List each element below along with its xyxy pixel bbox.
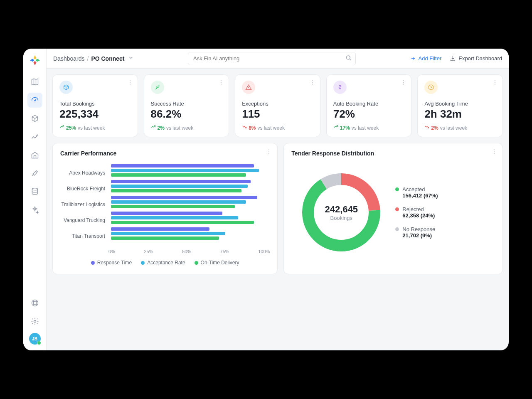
trend-arrow-icon <box>424 125 429 131</box>
svg-point-10 <box>130 80 131 81</box>
nav-warehouse-icon[interactable] <box>27 148 42 163</box>
kpi-delta: 2% vs last week <box>151 125 222 131</box>
card-menu-icon[interactable] <box>492 79 498 87</box>
kpi-label: Auto Booking Rate <box>333 101 405 107</box>
add-filter-label: Add Filter <box>419 55 442 62</box>
tender-legend-item: No Response 21,702 (9%) <box>395 226 438 239</box>
chevron-down-icon[interactable] <box>128 55 134 62</box>
search-input[interactable] <box>188 52 356 65</box>
kpi-card: Avg Booking Time 2h 32m 2% vs last week <box>417 74 503 137</box>
svg-point-14 <box>221 82 222 83</box>
breadcrumb-current[interactable]: PO Connect <box>91 55 124 62</box>
kpi-icon <box>424 81 438 94</box>
svg-marker-0 <box>33 55 36 60</box>
search-icon[interactable] <box>345 54 352 62</box>
svg-point-9 <box>347 56 350 59</box>
card-menu-icon[interactable] <box>127 79 133 87</box>
svg-point-20 <box>403 82 404 83</box>
legend-dot-icon <box>395 187 399 191</box>
kpi-icon <box>59 81 73 94</box>
carrier-performance-card: Carrier Performance Apex RoadwaysBlueRoc… <box>52 143 278 274</box>
nav-analytics-icon[interactable] <box>27 129 42 144</box>
kpi-label: Avg Booking Time <box>424 101 496 107</box>
app-window: JB Dashboards / PO Connect Add Filter <box>23 49 509 350</box>
bar-category-label: Trailblazer Logistics <box>60 197 105 212</box>
kpi-value: 72% <box>333 108 405 121</box>
svg-marker-1 <box>35 59 40 62</box>
app-logo <box>29 54 41 66</box>
kpi-label: Exceptions <box>242 101 313 107</box>
tender-legend-value: 62,358 (24%) <box>402 212 438 219</box>
bar-segment <box>111 205 235 208</box>
nav-box-icon[interactable] <box>27 111 42 126</box>
tender-legend-name: No Response <box>402 226 435 232</box>
tender-distribution-card: Tender Response Distribution 242,645 Boo… <box>283 143 503 274</box>
kpi-delta: 2% vs last week <box>424 125 496 131</box>
nav-map-icon[interactable] <box>27 74 42 89</box>
nav-help-icon[interactable] <box>27 296 42 310</box>
kpi-value: 86.2% <box>151 108 222 121</box>
donut-center-value: 242,645 <box>325 204 358 215</box>
card-menu-icon[interactable] <box>491 148 498 157</box>
bar-segment <box>111 169 259 172</box>
svg-point-16 <box>312 80 313 81</box>
legend-dot-icon <box>91 261 95 265</box>
kpi-card: Auto Booking Rate 72% 17% vs last week <box>326 74 412 137</box>
legend-label: On-Time Delivery <box>201 260 239 266</box>
x-tick: 50% <box>182 249 191 254</box>
kpi-row: Total Bookings 225,334 25% vs last week … <box>52 74 503 137</box>
kpi-delta: 8% vs last week <box>242 125 313 131</box>
nav-sparkle-icon[interactable] <box>27 202 42 217</box>
legend-dot-icon <box>141 261 145 265</box>
kpi-card: Total Bookings 225,334 25% vs last week <box>52 74 138 137</box>
card-menu-icon[interactable] <box>266 148 272 157</box>
bar-segment <box>111 236 219 240</box>
bar-row <box>111 163 270 178</box>
bar-segment <box>111 227 209 231</box>
kpi-value: 115 <box>242 108 313 121</box>
trend-arrow-icon <box>242 125 247 131</box>
svg-point-26 <box>268 149 269 150</box>
add-filter-button[interactable]: Add Filter <box>410 55 442 62</box>
donut-chart: 242,645 Bookings <box>300 171 383 254</box>
tender-legend-value: 156,412 (67%) <box>402 192 438 199</box>
user-avatar[interactable]: JB <box>29 333 41 345</box>
export-button[interactable]: Export Dashboard <box>450 55 502 62</box>
bar-segment <box>111 185 248 188</box>
tender-legend-item: Accepted 156,412 (67%) <box>395 186 438 199</box>
trend-arrow-icon <box>59 125 64 131</box>
legend-item: On-Time Delivery <box>195 260 239 266</box>
nav-tools-icon[interactable] <box>27 166 42 181</box>
kpi-delta: 17% vs last week <box>333 125 405 131</box>
chart-title: Tender Response Distribution <box>291 150 495 157</box>
nav-settings-icon[interactable] <box>27 314 42 329</box>
chart-title: Carrier Performance <box>60 150 270 157</box>
kpi-icon <box>333 81 347 94</box>
bar-category-label: BlueRock Freight <box>60 181 105 197</box>
card-menu-icon[interactable] <box>400 79 407 87</box>
bar-segment <box>111 189 241 192</box>
bar-segment <box>111 164 254 167</box>
kpi-card: Exceptions 115 8% vs last week <box>235 74 320 137</box>
legend-label: Response Time <box>97 260 132 266</box>
svg-point-7 <box>33 302 36 305</box>
svg-point-18 <box>312 84 313 85</box>
kpi-icon <box>151 81 164 94</box>
card-menu-icon[interactable] <box>218 79 224 87</box>
svg-point-30 <box>494 151 495 152</box>
tender-legend-value: 21,702 (9%) <box>402 232 438 239</box>
kpi-delta-pct: 8% <box>249 125 256 131</box>
topbar: Dashboards / PO Connect Add Filter Exp <box>47 49 509 69</box>
svg-marker-3 <box>30 59 34 62</box>
legend-dot-icon <box>395 227 399 231</box>
sidebar: JB <box>23 49 47 350</box>
kpi-delta-comparison: vs last week <box>258 125 285 131</box>
svg-point-27 <box>268 151 269 152</box>
bar-segment <box>111 200 246 204</box>
nav-dashboard-icon[interactable] <box>27 93 42 108</box>
breadcrumb: Dashboards / PO Connect <box>53 55 134 62</box>
nav-database-icon[interactable] <box>27 184 42 199</box>
breadcrumb-root[interactable]: Dashboards <box>53 55 85 62</box>
card-menu-icon[interactable] <box>309 79 316 87</box>
bar-row <box>111 194 270 210</box>
